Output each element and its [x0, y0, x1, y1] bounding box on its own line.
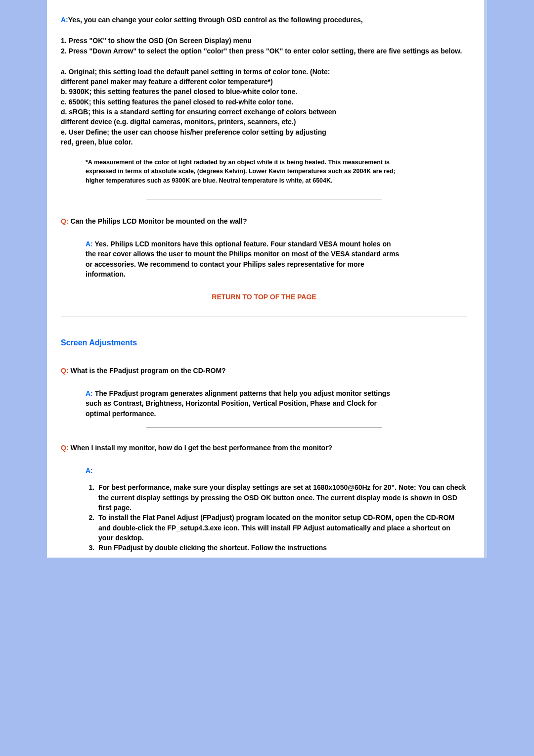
section-title: Screen Adjustments	[61, 337, 467, 348]
divider	[61, 317, 467, 317]
option-c: c. 6500K; this setting features the pane…	[61, 97, 338, 107]
numbered-list: For best performance, make sure your dis…	[61, 482, 467, 553]
question-block: Q: What is the FPadjust program on the C…	[61, 366, 467, 376]
a-label: A:	[61, 16, 68, 24]
option-d: d. sRGB; this is a standard setting for …	[61, 107, 338, 127]
step-1: 1. Press "OK" to show the OSD (On Screen…	[61, 36, 467, 46]
list-item: For best performance, make sure your dis…	[96, 482, 467, 513]
page: A:Yes, you can change your color setting…	[47, 0, 487, 558]
a-text: Yes. Philips LCD monitors have this opti…	[86, 240, 399, 278]
option-a: a. Original; this setting load the defau…	[61, 67, 338, 87]
list-item: Run FPadjust by double clicking the shor…	[96, 543, 467, 553]
q-text: When I install my monitor, how do I get …	[70, 444, 332, 452]
a-text: The FPadjust program generates alignment…	[86, 389, 390, 418]
return-top-link[interactable]: RETURN TO TOP OF THE PAGE	[61, 292, 467, 302]
answer-block: A: Yes. Philips LCD monitors have this o…	[86, 239, 402, 279]
scrollbar[interactable]	[484, 0, 487, 558]
a-label: A:	[86, 240, 93, 248]
divider	[146, 427, 382, 428]
question-block: Q: When I install my monitor, how do I g…	[61, 443, 467, 453]
divider	[146, 199, 382, 199]
answer-block: A:	[86, 466, 467, 475]
answer-block: A: The FPadjust program generates alignm…	[86, 388, 402, 419]
q-label: Q:	[61, 367, 69, 375]
list-item: To install the Flat Panel Adjust (FPadju…	[96, 513, 467, 543]
option-b: b. 9300K; this setting features the pane…	[61, 87, 338, 96]
a-label: A:	[86, 467, 93, 474]
question-block: Q: Can the Philips LCD Monitor be mounte…	[61, 216, 467, 226]
option-e: e. User Define; the user can choose his/…	[61, 127, 338, 147]
footnote: *A measurement of the color of light rad…	[86, 158, 402, 185]
a-label: A:	[86, 389, 93, 397]
answer-block: A:Yes, you can change your color setting…	[61, 15, 467, 25]
q-label: Q:	[61, 444, 69, 452]
step-2: 2. Press "Down Arrow" to select the opti…	[61, 46, 467, 56]
q-label: Q:	[61, 217, 69, 225]
options-block: a. Original; this setting load the defau…	[61, 67, 338, 147]
q-text: Can the Philips LCD Monitor be mounted o…	[70, 217, 247, 225]
a-text: Yes, you can change your color setting t…	[68, 16, 363, 24]
q-text: What is the FPadjust program on the CD-R…	[70, 367, 225, 375]
steps-block: 1. Press "OK" to show the OSD (On Screen…	[61, 36, 467, 56]
